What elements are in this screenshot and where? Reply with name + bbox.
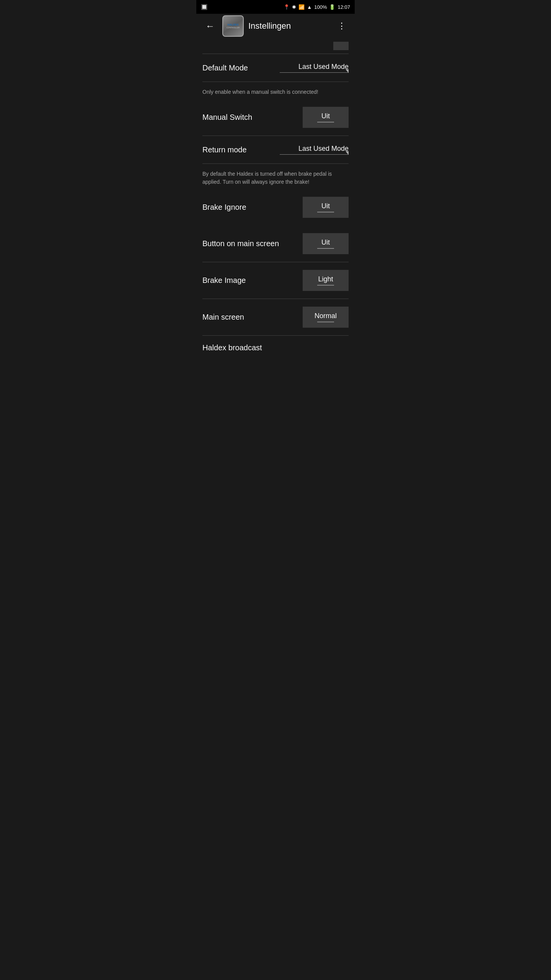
default-mode-underline: [280, 72, 349, 73]
brake-image-label: Brake Image: [202, 276, 246, 285]
default-mode-value: Last Used Mode: [298, 63, 349, 71]
brake-image-row: Brake Image Light: [196, 262, 355, 299]
button-main-screen-label: Button on main screen: [202, 239, 279, 248]
button-main-screen-toggle[interactable]: Uit: [303, 233, 349, 254]
status-right: 📍 ✱ 📶 ▲ 100% 🔋 12:07: [284, 4, 350, 10]
return-mode-underline: [280, 154, 349, 155]
default-mode-dropdown[interactable]: Last Used Mode: [280, 63, 349, 73]
dropdown-arrow-icon: [346, 69, 349, 73]
bluetooth-icon: ✱: [292, 4, 296, 10]
haldex-broadcast-label: Haldex broadcast: [202, 343, 262, 352]
partial-toggle-button[interactable]: [333, 42, 349, 50]
battery-icon: 🔋: [329, 4, 335, 10]
brake-ignore-row: Brake Ignore Uit: [196, 189, 355, 225]
battery-percent: 100%: [314, 4, 327, 10]
manual-switch-underline: [317, 122, 334, 122]
manual-switch-label: Manual Switch: [202, 113, 252, 122]
return-mode-label: Return mode: [202, 145, 247, 154]
brake-ignore-label: Brake Ignore: [202, 203, 246, 212]
haldex-broadcast-row: Haldex broadcast: [196, 336, 355, 357]
manual-switch-description: Only enable when a manual switch is conn…: [196, 82, 355, 99]
logo-text-controller: CONTROLLER: [227, 26, 240, 29]
time: 12:07: [337, 4, 350, 10]
top-partial-row: [196, 38, 355, 54]
return-mode-dropdown[interactable]: Last Used Mode: [280, 145, 349, 155]
button-main-screen-underline: [317, 248, 334, 249]
status-left: 🔲: [201, 4, 207, 10]
app-bar: ← HALDEX CONTROLLER Instellingen ⋮: [196, 14, 355, 38]
return-mode-row: Return mode Last Used Mode: [196, 136, 355, 163]
return-dropdown-arrow-icon: [346, 151, 349, 155]
main-screen-underline: [317, 322, 334, 322]
default-mode-row: Default Mode Last Used Mode: [196, 54, 355, 82]
brake-description: By default the Haldex is turned off when…: [196, 164, 355, 189]
status-bar: 🔲 📍 ✱ 📶 ▲ 100% 🔋 12:07: [196, 0, 355, 14]
brake-image-toggle[interactable]: Light: [303, 270, 349, 291]
button-main-screen-value: Uit: [321, 238, 330, 247]
back-button[interactable]: ←: [202, 18, 218, 34]
app-logo: HALDEX CONTROLLER: [222, 15, 244, 37]
brake-ignore-underline: [317, 212, 334, 212]
button-main-screen-row: Button on main screen Uit: [196, 225, 355, 262]
main-screen-toggle[interactable]: Normal: [303, 307, 349, 328]
location-icon: 📍: [284, 4, 290, 10]
settings-content: Default Mode Last Used Mode Only enable …: [196, 38, 355, 357]
logo-text-haldex: HALDEX: [227, 23, 240, 26]
main-screen-row: Main screen Normal: [196, 299, 355, 335]
app-title: Instellingen: [248, 21, 330, 31]
signal-icon: ▲: [307, 4, 312, 10]
manual-switch-row: Manual Switch Uit: [196, 99, 355, 136]
default-mode-label: Default Mode: [202, 64, 248, 72]
more-options-button[interactable]: ⋮: [334, 18, 349, 34]
brake-ignore-value: Uit: [321, 202, 330, 210]
wifi-icon: 📶: [298, 4, 305, 10]
main-screen-label: Main screen: [202, 313, 244, 322]
notification-icon: 🔲: [201, 4, 207, 10]
brake-image-underline: [317, 285, 334, 286]
manual-switch-toggle[interactable]: Uit: [303, 107, 349, 128]
brake-ignore-toggle[interactable]: Uit: [303, 197, 349, 218]
main-screen-value: Normal: [315, 312, 337, 320]
brake-image-value: Light: [318, 275, 333, 283]
manual-switch-value: Uit: [321, 112, 330, 120]
return-mode-value: Last Used Mode: [298, 145, 349, 153]
